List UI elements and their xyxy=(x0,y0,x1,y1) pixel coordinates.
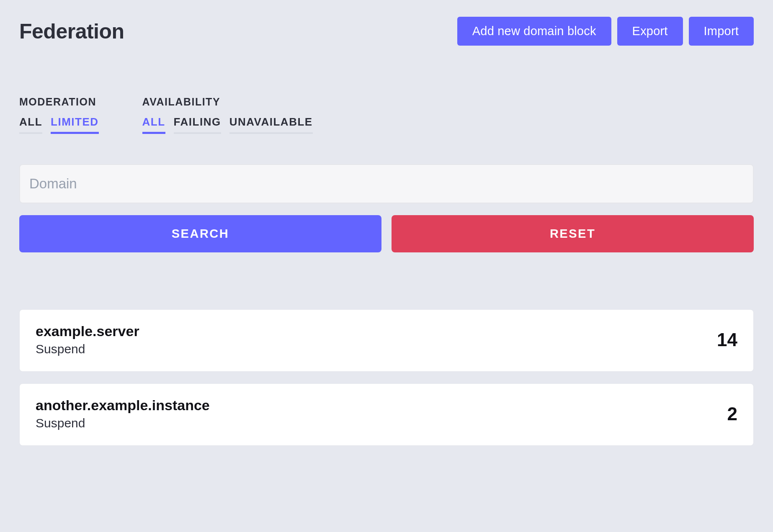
moderation-filter-limited[interactable]: LIMITED xyxy=(51,116,99,134)
export-button[interactable]: Export xyxy=(617,17,683,46)
domain-search-input[interactable] xyxy=(19,164,754,203)
domain-info: example.server Suspend xyxy=(36,323,139,356)
availability-filter-failing[interactable]: FAILING xyxy=(174,116,221,134)
domain-status: Suspend xyxy=(36,342,139,356)
domain-row[interactable]: example.server Suspend 14 xyxy=(19,309,754,372)
domain-info: another.example.instance Suspend xyxy=(36,397,210,430)
availability-filter-all[interactable]: ALL xyxy=(142,116,165,134)
availability-filter-group: AVAILABILITY ALL FAILING UNAVAILABLE xyxy=(142,96,313,134)
reset-button[interactable]: RESET xyxy=(392,215,754,252)
domain-count: 14 xyxy=(717,329,737,350)
import-button[interactable]: Import xyxy=(689,17,754,46)
page-title: Federation xyxy=(19,19,124,44)
search-buttons: SEARCH RESET xyxy=(19,215,754,252)
moderation-filter-group: MODERATION ALL LIMITED xyxy=(19,96,99,134)
moderation-filter-all[interactable]: ALL xyxy=(19,116,42,134)
moderation-filter-options: ALL LIMITED xyxy=(19,116,99,134)
domain-list: example.server Suspend 14 another.exampl… xyxy=(19,309,754,446)
header-actions: Add new domain block Export Import xyxy=(457,17,754,46)
availability-filter-unavailable[interactable]: UNAVAILABLE xyxy=(229,116,313,134)
moderation-filter-label: MODERATION xyxy=(19,96,99,108)
search-section: SEARCH RESET xyxy=(19,164,754,252)
domain-row[interactable]: another.example.instance Suspend 2 xyxy=(19,383,754,446)
page-header: Federation Add new domain block Export I… xyxy=(19,17,754,46)
domain-name: another.example.instance xyxy=(36,397,210,414)
availability-filter-label: AVAILABILITY xyxy=(142,96,313,108)
availability-filter-options: ALL FAILING UNAVAILABLE xyxy=(142,116,313,134)
domain-status: Suspend xyxy=(36,416,210,430)
domain-count: 2 xyxy=(727,403,737,424)
search-button[interactable]: SEARCH xyxy=(19,215,381,252)
filters: MODERATION ALL LIMITED AVAILABILITY ALL … xyxy=(19,96,754,134)
domain-name: example.server xyxy=(36,323,139,339)
add-domain-block-button[interactable]: Add new domain block xyxy=(457,17,611,46)
